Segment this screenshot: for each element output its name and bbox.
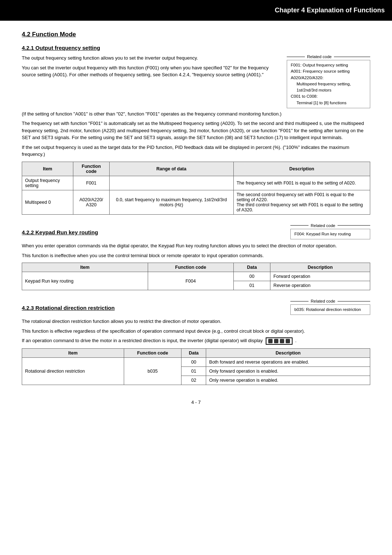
- 422-header-row: 4.2.2 Keypad Run key routing Related cod…: [22, 223, 370, 239]
- 423-row-func: b035: [124, 357, 181, 385]
- 421-row2-range: 0.0, start frequency to maximum frequenc…: [109, 190, 233, 214]
- chapter-title: Chapter 4 Explanation of Functions: [275, 7, 385, 14]
- 422-header-content: 4.2.2 Keypad Run key routing: [22, 223, 283, 239]
- 421-table: Item Function code Range of data Descrip…: [22, 162, 370, 215]
- table-row: Rotational direction restriction b035 00…: [22, 357, 370, 366]
- page: Chapter 4 Explanation of Functions 4.2 F…: [0, 0, 392, 555]
- 421-row1-item: Output frequency setting: [22, 176, 73, 190]
- 421-col-funccode: Function code: [73, 162, 109, 176]
- 423-col-desc: Description: [206, 348, 370, 357]
- 423-para-3-text: If an operation command to drive the mot…: [22, 338, 263, 343]
- chapter-header: Chapter 4 Explanation of Functions: [0, 0, 392, 21]
- 422-row-func: F004: [148, 272, 233, 290]
- 423-para-1: The rotational direction restriction fun…: [22, 318, 370, 325]
- 421-para-1: The output frequency setting function al…: [22, 54, 279, 62]
- 423-row-item: Rotational direction restriction: [22, 357, 124, 385]
- 421-para-5: If the set output frequency is used as t…: [22, 144, 370, 158]
- 421-row1-func: F001: [73, 176, 109, 190]
- 422-row1-desc: Forward operation: [270, 272, 370, 281]
- display-indicator-wrapper: .: [264, 338, 297, 343]
- 422-col-data: Data: [233, 263, 270, 272]
- table-row: Keypad Run key routing F004 00 Forward o…: [22, 272, 370, 281]
- 421-row2-item: Multispeed 0: [22, 190, 73, 214]
- 423-related-box: b035: Rotational direction restriction: [290, 304, 370, 315]
- table-row: Multispeed 0 A020/A220/A320 0.0, start f…: [22, 190, 370, 214]
- 423-row1-data: 00: [181, 357, 206, 366]
- 423-header-content: 4.2.3 Rotational direction restriction: [22, 298, 283, 315]
- display-box: [266, 337, 293, 345]
- 421-col-item: Item: [22, 162, 73, 176]
- 423-related-line1: b035: Rotational direction restriction: [294, 307, 366, 313]
- display-dot-3: [280, 339, 284, 343]
- 423-related-label: Related code: [311, 299, 335, 303]
- 422-col-funccode: Function code: [148, 263, 233, 272]
- 421-row2-desc: The second control frequency set with F0…: [233, 190, 370, 214]
- 422-row-item: Keypad Run key routing: [22, 272, 148, 290]
- 422-row2-data: 01: [233, 281, 270, 290]
- 422-para-1: When you enter operation commands via th…: [22, 242, 370, 250]
- 421-top-section: The output frequency setting function al…: [22, 54, 370, 108]
- display-dot-1: [268, 339, 273, 343]
- display-dot-2: [274, 339, 278, 343]
- 422-col-item: Item: [22, 263, 148, 272]
- section-title: 4.2 Function Mode: [22, 31, 370, 38]
- 423-para-2: This function is effective regardless of…: [22, 328, 370, 335]
- table-row: Output frequency setting F001 The freque…: [22, 176, 370, 190]
- 423-table: Item Function code Data Description Rota…: [22, 348, 370, 385]
- subsection-422-title: 4.2.2 Keypad Run key routing: [22, 229, 283, 235]
- 421-related-box: F001: Output frequency setting A001: Fre…: [287, 60, 370, 108]
- 423-col-funccode: Function code: [124, 348, 181, 357]
- 422-related-line1: F004: Keypad Run key routing: [294, 231, 366, 237]
- 421-text-block: The output frequency setting function al…: [22, 54, 279, 108]
- 422-para-2: This function is ineffective when you us…: [22, 252, 370, 259]
- 421-related-label: Related code: [307, 54, 332, 59]
- 423-related-code: Related code b035: Rotational direction …: [290, 299, 370, 315]
- 423-para-3: If an operation command to drive the mot…: [22, 337, 370, 345]
- 422-col-desc: Description: [270, 263, 370, 272]
- 423-header-row: 4.2.3 Rotational direction restriction R…: [22, 298, 370, 315]
- 422-row1-data: 00: [233, 272, 270, 281]
- 423-row3-desc: Only reverse operation is enabled.: [206, 376, 370, 385]
- 422-related-box: F004: Keypad Run key routing: [290, 229, 370, 239]
- subsection-423-title: 4.2.3 Rotational direction restriction: [22, 305, 283, 311]
- page-number: 4 - 7: [22, 400, 370, 405]
- 422-table: Item Function code Data Description Keyp…: [22, 263, 370, 290]
- 421-para-3: (If the setting of function "A001" is ot…: [22, 110, 370, 118]
- 421-col-desc: Description: [233, 162, 370, 176]
- subsection-423: 4.2.3 Rotational direction restriction R…: [22, 298, 370, 385]
- 423-row3-data: 02: [181, 376, 206, 385]
- 421-related-code: Related code F001: Output frequency sett…: [287, 54, 370, 108]
- 422-related-label: Related code: [311, 223, 335, 228]
- 422-related-code: Related code F004: Keypad Run key routin…: [290, 223, 370, 239]
- 421-col-range: Range of data: [109, 162, 233, 176]
- 421-row2-func: A020/A220/A320: [73, 190, 109, 214]
- 422-row2-desc: Reverse operation: [270, 281, 370, 290]
- 423-col-item: Item: [22, 348, 124, 357]
- 423-row2-desc: Only forward operation is enabled.: [206, 366, 370, 376]
- 423-col-data: Data: [181, 348, 206, 357]
- display-dot-4: [286, 339, 290, 343]
- 423-row1-desc: Both forward and reverse operations are …: [206, 357, 370, 366]
- subsection-421-title: 4.2.1 Output frequency setting: [22, 45, 370, 51]
- 421-row1-desc: The frequency set with F001 is equal to …: [233, 176, 370, 190]
- 423-row2-data: 01: [181, 366, 206, 376]
- subsection-421: 4.2.1 Output frequency setting The outpu…: [22, 45, 370, 215]
- subsection-422: 4.2.2 Keypad Run key routing Related cod…: [22, 223, 370, 290]
- 421-row1-range: [109, 176, 233, 190]
- 421-para-2: You can set the inverter output frequenc…: [22, 64, 279, 78]
- 421-para-4: The frequency set with function "F001" i…: [22, 120, 370, 141]
